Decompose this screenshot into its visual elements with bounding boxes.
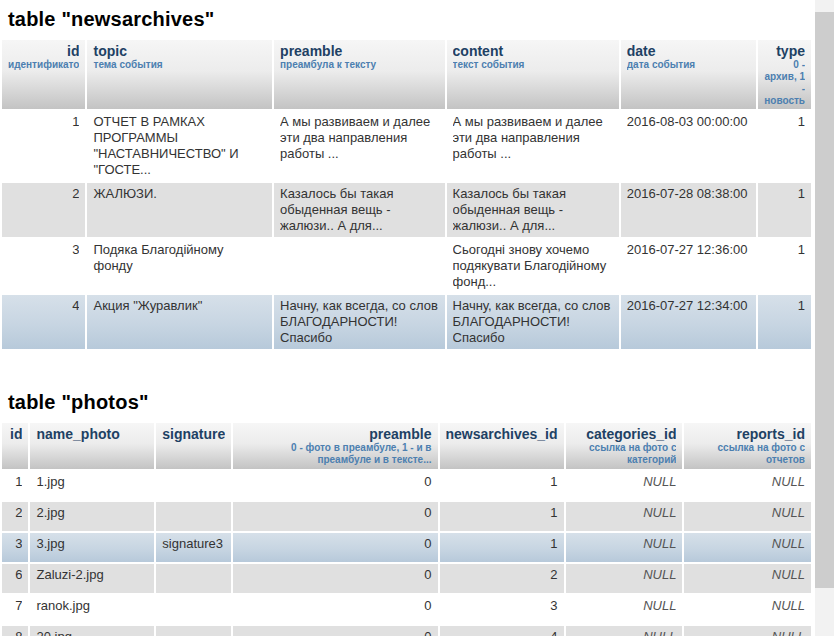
table-row[interactable]: 6Zaluzi-2.jpg02NULLNULL <box>2 564 811 593</box>
cell-topic: Акция "Журавлик" <box>87 295 272 349</box>
table-row[interactable]: 820.jpg04NULLNULL <box>2 626 811 636</box>
cell-topic: ЖАЛЮЗИ. <box>87 183 272 237</box>
column-subtitle: идентификато <box>8 59 79 71</box>
cell-name_photo: 1.jpg <box>30 471 154 500</box>
column-name: preamble <box>280 43 438 59</box>
cell-preamble <box>274 239 444 293</box>
cell-id: 2 <box>2 502 28 531</box>
column-header-id: id <box>2 423 28 469</box>
column-name: newsarchives_id <box>446 426 558 442</box>
cell-id: 3 <box>2 533 28 562</box>
table-row[interactable]: 1ОТЧЕТ В РАМКАХ ПРОГРАММЫ "НАСТАВНИЧЕСТВ… <box>2 111 811 181</box>
cell-categories_id: NULL <box>566 533 683 562</box>
column-name: type <box>764 43 805 59</box>
cell-newsarchives_id: 2 <box>440 564 564 593</box>
cell-type: 1 <box>758 183 811 237</box>
cell-reports_id: NULL <box>684 502 811 531</box>
cell-preamble: 0 <box>233 626 437 636</box>
null-value: NULL <box>772 567 805 582</box>
column-subtitle: ссылка на фото с отчетов <box>690 442 805 466</box>
header-row: idидентификатоtopicтема событияpreambleп… <box>2 40 811 109</box>
cell-type: 1 <box>758 295 811 349</box>
cell-name_photo: 2.jpg <box>30 502 154 531</box>
table-row[interactable]: 2ЖАЛЮЗИ.Казалось бы такая обыденная вещь… <box>2 183 811 237</box>
table-row[interactable]: 7ranok.jpg03NULLNULL <box>2 595 811 624</box>
table-photos: idname_photosignaturepreamble0 - фото в … <box>0 421 813 636</box>
page: table "newsarchives" idидентификатоtopic… <box>0 0 834 636</box>
cell-id: 8 <box>2 626 28 636</box>
cell-newsarchives_id: 1 <box>440 471 564 500</box>
column-name: name_photo <box>36 426 148 442</box>
cell-id: 2 <box>2 183 85 237</box>
cell-date: 2016-07-28 08:38:00 <box>621 183 756 237</box>
content-area: table "newsarchives" idидентификатоtopic… <box>0 8 813 636</box>
cell-preamble: 0 <box>233 533 437 562</box>
column-subtitle: ссылка на фото с категорий <box>572 442 677 466</box>
null-value: NULL <box>643 536 676 551</box>
cell-signature <box>156 564 231 593</box>
cell-preamble: 0 <box>233 471 437 500</box>
cell-categories_id: NULL <box>566 595 683 624</box>
column-header-categories_id: categories_idссылка на фото с категорий <box>566 423 683 469</box>
cell-newsarchives_id: 4 <box>440 626 564 636</box>
vertical-scrollbar-thumb[interactable] <box>815 12 834 588</box>
section-photos: table "photos" idname_photosignatureprea… <box>0 391 813 636</box>
null-value: NULL <box>643 474 676 489</box>
column-header-date: dateдата события <box>621 40 756 109</box>
cell-topic: Подяка Благодійному фонду <box>87 239 272 293</box>
column-header-name_photo: name_photo <box>30 423 154 469</box>
table-row-selected[interactable]: 33.jpgsignature301NULLNULL <box>2 533 811 562</box>
column-header-id: idидентификато <box>2 40 85 109</box>
column-name: topic <box>93 43 266 59</box>
cell-newsarchives_id: 1 <box>440 533 564 562</box>
cell-id: 7 <box>2 595 28 624</box>
column-header-content: contentтекст события <box>447 40 619 109</box>
table-title-photos: table "photos" <box>8 391 813 414</box>
section-newsarchives: table "newsarchives" idидентификатоtopic… <box>0 8 813 351</box>
cell-name_photo: 3.jpg <box>30 533 154 562</box>
column-subtitle: 0 - фото в преамбуле, 1 - и в преамбуле … <box>239 442 431 466</box>
column-name: preamble <box>239 426 431 442</box>
cell-preamble: Начну, как всегда, со слов БЛАГОДАРНОСТИ… <box>274 295 444 349</box>
column-name: id <box>8 426 22 442</box>
cell-reports_id: NULL <box>684 564 811 593</box>
cell-date: 2016-08-03 00:00:00 <box>621 111 756 181</box>
cell-content: Казалось бы такая обыденная вещь - жалюз… <box>447 183 619 237</box>
column-subtitle: преамбула к тексту <box>280 59 438 71</box>
null-value: NULL <box>772 505 805 520</box>
cell-type: 1 <box>758 111 811 181</box>
cell-content: Сьогодні знову хочемо подякувати Благоді… <box>447 239 619 293</box>
cell-categories_id: NULL <box>566 502 683 531</box>
cell-id: 1 <box>2 111 85 181</box>
column-name: content <box>453 43 613 59</box>
cell-name_photo: ranok.jpg <box>30 595 154 624</box>
cell-id: 4 <box>2 295 85 349</box>
null-value: NULL <box>643 505 676 520</box>
cell-signature <box>156 626 231 636</box>
cell-signature <box>156 595 231 624</box>
table-newsarchives: idидентификатоtopicтема событияpreambleп… <box>0 38 813 351</box>
column-header-newsarchives_id: newsarchives_id <box>440 423 564 469</box>
null-value: NULL <box>643 598 676 613</box>
cell-signature <box>156 502 231 531</box>
cell-date: 2016-07-27 12:34:00 <box>621 295 756 349</box>
column-header-preamble: preambleпреамбула к тексту <box>274 40 444 109</box>
cell-preamble: 0 <box>233 564 437 593</box>
table-row[interactable]: 11.jpg01NULLNULL <box>2 471 811 500</box>
table-row[interactable]: 3Подяка Благодійному фондуСьогодні знову… <box>2 239 811 293</box>
cell-id: 3 <box>2 239 85 293</box>
column-subtitle: текст события <box>453 59 613 71</box>
table-row[interactable]: 22.jpg01NULLNULL <box>2 502 811 531</box>
cell-preamble: 0 <box>233 502 437 531</box>
column-subtitle: тема события <box>93 59 266 71</box>
cell-categories_id: NULL <box>566 626 683 636</box>
cell-id: 1 <box>2 471 28 500</box>
table-row-selected[interactable]: 4Акция "Журавлик"Начну, как всегда, со с… <box>2 295 811 349</box>
cell-reports_id: NULL <box>684 533 811 562</box>
null-value: NULL <box>772 629 805 636</box>
column-header-signature: signature <box>156 423 231 469</box>
vertical-scrollbar[interactable] <box>815 0 834 636</box>
table-title-newsarchives: table "newsarchives" <box>8 8 813 31</box>
cell-content: Начну, как всегда, со слов БЛАГОДАРНОСТИ… <box>447 295 619 349</box>
cell-categories_id: NULL <box>566 471 683 500</box>
